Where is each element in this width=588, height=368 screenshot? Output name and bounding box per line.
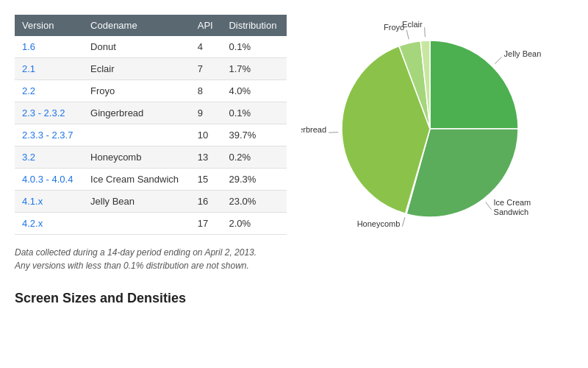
cell-distribution: 0.1% <box>221 102 287 124</box>
table-row: 3.2Honeycomb130.2% <box>15 146 287 169</box>
cell-api: 9 <box>190 102 222 124</box>
col-header-codename: Codename <box>83 15 190 36</box>
cell-codename: Donut <box>83 36 190 58</box>
chart-label-line <box>402 217 405 227</box>
version-link[interactable]: 4.1.x <box>22 196 43 207</box>
chart-label-text: Ice CreamSandwich <box>494 198 531 216</box>
cell-version: 4.1.x <box>15 191 83 213</box>
cell-codename: Ice Cream Sandwich <box>83 169 190 191</box>
cell-api: 7 <box>190 58 222 80</box>
table-row: 2.2Froyo84.0% <box>15 80 287 102</box>
cell-api: 10 <box>190 124 222 146</box>
chart-label-text: Honeycomb <box>357 219 401 228</box>
cell-codename: Froyo <box>83 80 190 102</box>
chart-label-text: Froyo <box>384 23 404 32</box>
chart-label-line <box>495 57 501 63</box>
footer-line2: Any versions with less than 0.1% distrib… <box>15 259 287 272</box>
chart-section: Jelly BeanIce CreamSandwichHoneycombGing… <box>301 15 581 250</box>
version-link[interactable]: 2.1 <box>22 63 35 74</box>
cell-codename: Eclair <box>83 58 190 80</box>
cell-distribution: 29.3% <box>221 169 287 191</box>
cell-codename <box>83 124 190 146</box>
chart-label-text: Gingerbread <box>301 125 326 134</box>
table-row: 2.3 - 2.3.2Gingerbread90.1% <box>15 102 287 124</box>
col-header-api: API <box>190 15 222 36</box>
footer-note: Data collected during a 14-day period en… <box>15 246 287 272</box>
cell-distribution: 0.2% <box>221 146 287 169</box>
table-row: 4.0.3 - 4.0.4Ice Cream Sandwich1529.3% <box>15 169 287 191</box>
table-row: 4.2.x172.0% <box>15 213 287 235</box>
col-header-version: Version <box>15 15 83 36</box>
cell-distribution: 2.0% <box>221 213 287 235</box>
cell-version: 2.3.3 - 2.3.7 <box>15 124 83 146</box>
cell-version: 4.0.3 - 4.0.4 <box>15 169 83 191</box>
table-row: 1.6Donut40.1% <box>15 36 287 58</box>
cell-codename: Gingerbread <box>83 102 190 124</box>
table-row: 4.1.xJelly Bean1623.0% <box>15 191 287 213</box>
cell-distribution: 4.0% <box>221 80 287 102</box>
cell-version: 2.3 - 2.3.2 <box>15 102 83 124</box>
cell-api: 13 <box>190 146 222 169</box>
version-link[interactable]: 2.3.3 - 2.3.7 <box>22 130 73 141</box>
section-title: Screen Sizes and Densities <box>15 291 287 306</box>
chart-label-text: Eclair <box>402 20 423 29</box>
version-link[interactable]: 3.2 <box>22 152 35 163</box>
cell-codename: Jelly Bean <box>83 191 190 213</box>
col-header-distribution: Distribution <box>221 15 287 36</box>
table-row: 2.3.3 - 2.3.71039.7% <box>15 124 287 146</box>
cell-version: 4.2.x <box>15 213 83 235</box>
main-content: Version Codename API Distribution 1.6Don… <box>15 15 573 306</box>
table-row: 2.1Eclair71.7% <box>15 58 287 80</box>
cell-version: 1.6 <box>15 36 83 58</box>
cell-distribution: 1.7% <box>221 58 287 80</box>
table-section: Version Codename API Distribution 1.6Don… <box>15 15 287 306</box>
footer-line1: Data collected during a 14-day period en… <box>15 246 287 259</box>
distribution-table: Version Codename API Distribution 1.6Don… <box>15 15 287 235</box>
chart-label-line <box>406 30 409 40</box>
cell-version: 2.1 <box>15 58 83 80</box>
cell-api: 8 <box>190 80 222 102</box>
cell-api: 4 <box>190 36 222 58</box>
version-link[interactable]: 1.6 <box>22 41 35 52</box>
cell-distribution: 39.7% <box>221 124 287 146</box>
cell-api: 17 <box>190 213 222 235</box>
version-link[interactable]: 4.0.3 - 4.0.4 <box>22 174 73 185</box>
chart-label-text: Jelly Bean <box>504 49 542 58</box>
chart-label-line <box>486 202 492 209</box>
version-link[interactable]: 2.3 - 2.3.2 <box>22 107 65 118</box>
cell-version: 2.2 <box>15 80 83 102</box>
cell-distribution: 0.1% <box>221 36 287 58</box>
cell-version: 3.2 <box>15 146 83 169</box>
version-link[interactable]: 2.2 <box>22 85 35 96</box>
chart-label-line <box>425 27 426 37</box>
cell-codename: Honeycomb <box>83 146 190 169</box>
cell-api: 16 <box>190 191 222 213</box>
cell-api: 15 <box>190 169 222 191</box>
version-link[interactable]: 4.2.x <box>22 218 43 229</box>
cell-codename <box>83 213 190 235</box>
cell-distribution: 23.0% <box>221 191 287 213</box>
